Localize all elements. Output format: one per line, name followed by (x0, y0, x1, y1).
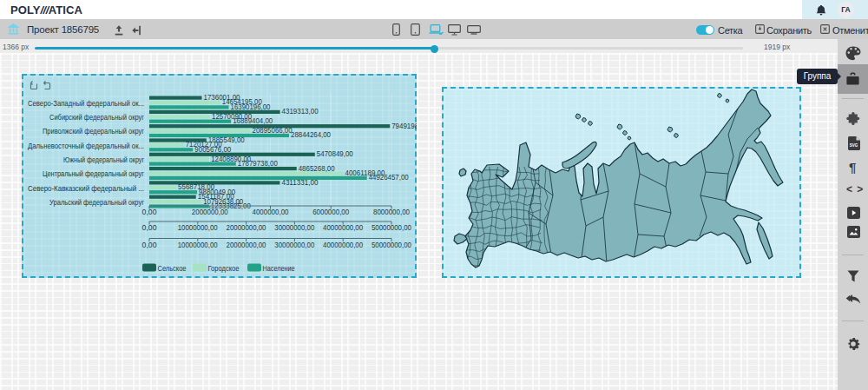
svg-text:10000000,00: 10000000,00 (178, 241, 218, 249)
svg-text:Население: Население (263, 264, 295, 273)
svg-text:20895066,00: 20895066,00 (253, 126, 293, 135)
svg-text:0,00: 0,00 (142, 223, 157, 232)
svg-text:Сибирский федеральный округ: Сибирский федеральный округ (49, 113, 144, 122)
svg-text:10000000,00: 10000000,00 (178, 223, 218, 232)
svg-text:Северо-Кавказский федеральный: Северо-Кавказский федеральный ... (28, 184, 144, 193)
svg-text:Северо-Западный федеральный ок: Северо-Западный федеральный ок... (28, 99, 144, 108)
svg-text:Приволжский федеральный округ: Приволжский федеральный округ (43, 127, 144, 136)
svg-text:50000000,00: 50000000,00 (372, 223, 411, 232)
svg-text:9005676,00: 9005676,00 (194, 145, 231, 154)
svg-text:Центральный федеральный округ: Центральный федеральный округ (43, 169, 144, 178)
svg-text:44926457,00: 44926457,00 (369, 173, 409, 182)
svg-text:40000000,00: 40000000,00 (323, 223, 363, 232)
svg-text:4000000,00: 4000000,00 (253, 208, 289, 216)
svg-text:Сельское: Сельское (158, 264, 187, 273)
svg-text:Дальневосточный федеральный ок: Дальневосточный федеральный ок... (28, 142, 144, 150)
svg-text:28844264,00: 28844264,00 (291, 130, 331, 139)
svg-text:4311331,00: 4311331,00 (281, 178, 318, 187)
svg-text:Уральский федеральный округ: Уральский федеральный округ (49, 198, 144, 207)
svg-text:2000000,00: 2000000,00 (192, 208, 228, 216)
svg-text:Южный федеральный округ: Южный федеральный округ (63, 155, 144, 164)
svg-text:20000000,00: 20000000,00 (227, 241, 266, 249)
svg-text:40000000,00: 40000000,00 (323, 241, 363, 249)
svg-text:30000000,00: 30000000,00 (274, 223, 314, 232)
svg-text:8000000,00: 8000000,00 (373, 208, 410, 216)
svg-text:50000000,00: 50000000,00 (372, 241, 411, 249)
svg-text:30000000,00: 30000000,00 (274, 241, 314, 249)
svg-text:7949198,00: 7949198,00 (391, 122, 417, 130)
svg-text:5470849,00: 5470849,00 (317, 149, 353, 158)
svg-text:4865268,00: 4865268,00 (299, 164, 335, 173)
svg-text:17879738,00: 17879738,00 (238, 159, 278, 168)
svg-text:6000000,00: 6000000,00 (312, 208, 349, 216)
svg-text:0,00: 0,00 (142, 208, 157, 216)
svg-text:0,00: 0,00 (142, 241, 157, 249)
svg-text:4319313,00: 4319313,00 (282, 107, 319, 116)
svg-text:16889404,00: 16889404,00 (233, 116, 273, 125)
svg-text:20000000,00: 20000000,00 (227, 223, 266, 232)
svg-text:SVG: SVG (850, 143, 858, 148)
svg-text:16390196,00: 16390196,00 (231, 102, 271, 111)
svg-text:Городское: Городское (208, 264, 240, 273)
